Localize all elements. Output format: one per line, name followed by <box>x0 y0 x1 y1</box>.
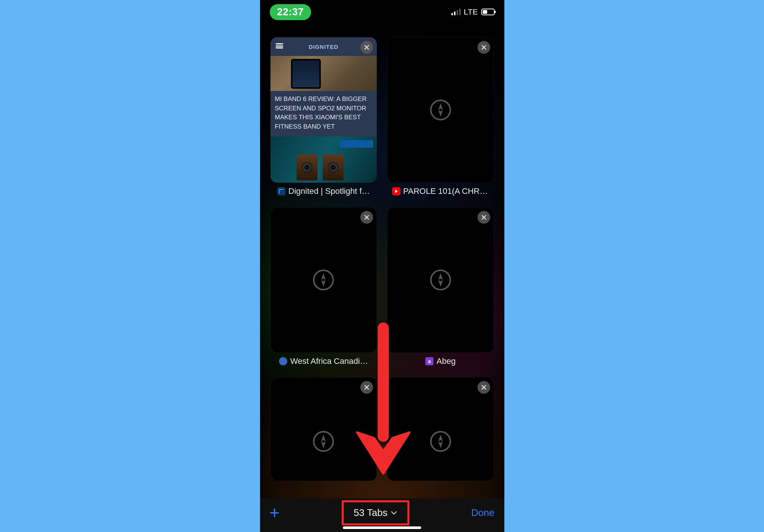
article-hero-image <box>270 56 377 91</box>
new-tab-button[interactable]: + <box>270 504 280 521</box>
article-headline: MI BAND 6 REVIEW: A BIGGER SCREEN AND SP… <box>270 91 377 136</box>
tab-label: Abeg <box>387 356 494 368</box>
tab-card[interactable]: West Africa Canadi… <box>270 207 377 368</box>
status-bar: 22:37 LTE <box>260 0 504 24</box>
close-icon <box>364 45 369 50</box>
hamburger-icon <box>276 43 283 48</box>
svg-marker-5 <box>438 103 443 110</box>
home-indicator[interactable] <box>343 526 421 529</box>
battery-icon <box>481 9 495 15</box>
status-time-pill[interactable]: 22:37 <box>270 4 311 20</box>
compass-icon <box>429 430 452 453</box>
close-tab-button[interactable] <box>478 381 490 394</box>
article-brand: DIGNITED <box>309 44 338 50</box>
svg-marker-20 <box>321 435 326 441</box>
close-icon <box>481 215 486 220</box>
svg-marker-6 <box>438 110 443 117</box>
close-icon <box>364 385 369 390</box>
tab-thumbnail[interactable]: DIGNITED MI BAND 6 REVIEW: A BIGGER SCRE… <box>270 37 377 183</box>
close-tab-button[interactable] <box>360 381 373 394</box>
signal-icon <box>451 9 461 15</box>
close-tab-button[interactable] <box>478 211 490 224</box>
svg-marker-11 <box>321 280 326 287</box>
favicon-dignited-icon <box>277 187 285 195</box>
tab-card[interactable]: Abeg <box>387 207 494 368</box>
close-icon <box>364 215 369 220</box>
tab-label: West Africa Canadi… <box>270 356 377 368</box>
article-secondary-image <box>270 136 377 183</box>
svg-marker-26 <box>438 441 443 448</box>
tab-title: Abeg <box>436 356 455 366</box>
tab-card[interactable] <box>270 377 377 481</box>
tab-thumbnail[interactable] <box>270 207 377 353</box>
svg-point-9 <box>314 270 333 290</box>
close-tab-button[interactable] <box>360 41 373 54</box>
tabs-grid: DIGNITED MI BAND 6 REVIEW: A BIGGER SCRE… <box>270 37 494 481</box>
tab-thumbnail[interactable] <box>387 377 494 481</box>
compass-icon <box>429 269 452 291</box>
tabs-count-button[interactable]: 53 Tabs <box>348 504 403 522</box>
phone-screen: 22:37 LTE DIGNITED <box>260 0 504 532</box>
tab-label: Dignited | Spotlight f… <box>270 186 377 198</box>
compass-icon <box>312 430 335 453</box>
tabs-overview[interactable]: DIGNITED MI BAND 6 REVIEW: A BIGGER SCRE… <box>260 24 504 498</box>
close-tab-button[interactable] <box>360 211 373 224</box>
svg-marker-10 <box>321 273 326 280</box>
done-label: Done <box>471 507 494 518</box>
status-right: LTE <box>451 7 495 16</box>
status-time: 22:37 <box>277 6 304 18</box>
done-button[interactable]: Done <box>471 507 494 519</box>
tabs-count-label: 53 Tabs <box>354 507 388 519</box>
close-tab-button[interactable] <box>478 41 490 54</box>
tab-thumbnail[interactable] <box>270 377 377 481</box>
tab-card[interactable] <box>387 377 494 481</box>
tab-thumbnail[interactable] <box>387 37 494 183</box>
favicon-generic-icon <box>279 357 287 365</box>
chevron-down-icon <box>391 510 397 515</box>
svg-marker-25 <box>438 435 443 441</box>
tab-title: Dignited | Spotlight f… <box>288 186 370 196</box>
tab-card[interactable]: DIGNITED MI BAND 6 REVIEW: A BIGGER SCRE… <box>270 37 377 198</box>
tab-thumbnail[interactable] <box>387 207 494 353</box>
tab-card[interactable]: PAROLE 101(A CHRISTIA… <box>387 37 494 198</box>
svg-marker-16 <box>438 280 443 287</box>
favicon-abeg-icon <box>425 357 433 365</box>
compass-icon <box>429 99 452 121</box>
tab-title: West Africa Canadi… <box>290 356 368 366</box>
tab-label: PAROLE 101(A CHRISTIA… <box>387 186 494 198</box>
compass-icon <box>312 269 335 291</box>
close-icon <box>481 385 486 390</box>
close-icon <box>481 45 486 50</box>
svg-point-19 <box>314 432 333 451</box>
svg-point-24 <box>431 432 450 451</box>
svg-point-14 <box>431 270 450 290</box>
svg-marker-15 <box>438 273 443 280</box>
svg-point-4 <box>431 100 450 120</box>
tab-title: PAROLE 101(A CHRISTIA… <box>403 186 489 196</box>
svg-marker-21 <box>321 441 326 448</box>
network-label: LTE <box>464 7 478 16</box>
favicon-youtube-icon <box>392 187 400 195</box>
